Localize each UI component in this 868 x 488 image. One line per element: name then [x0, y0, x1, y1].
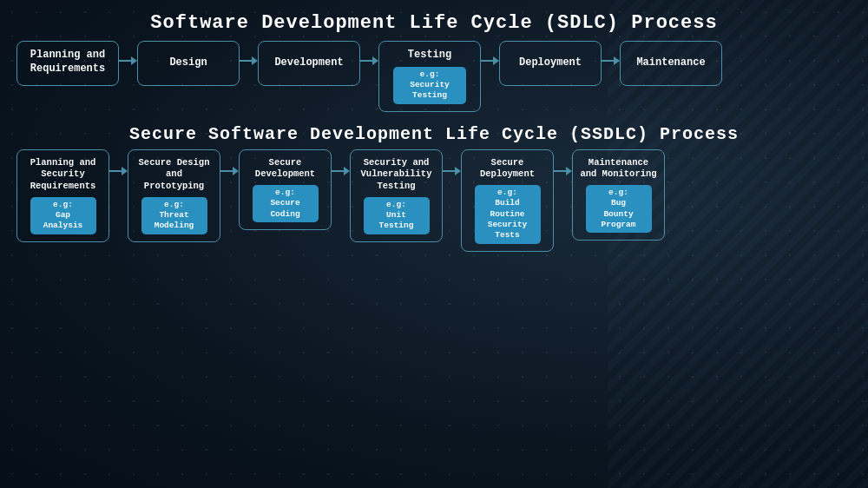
ssdlc-node-secure-design: Secure DesignandPrototyping e.g:ThreatMo… — [128, 149, 220, 242]
sdlc-arrow-4 — [481, 41, 499, 65]
sdlc-flow: Planning andRequirements Design De — [13, 41, 855, 112]
ssdlc-node-planning: Planning andSecurityRequirements e.g:Gap… — [16, 149, 109, 242]
sdlc-node-testing: Testing e.g:SecurityTesting — [378, 41, 481, 112]
ssdlc-secure-dev-example: e.g:SecureCoding — [253, 185, 319, 222]
sdlc-section: Software Development Life Cycle (SDLC) P… — [13, 12, 855, 112]
ssdlc-sec-testing-example: e.g:UnitTesting — [364, 197, 430, 234]
sdlc-design-label: Design — [169, 56, 207, 70]
ssdlc-arrow-3 — [332, 149, 350, 175]
sdlc-planning-label: Planning andRequirements — [30, 49, 105, 76]
ssdlc-secure-deploy-example: e.g:BuildRoutineSecurityTests — [475, 185, 541, 244]
ssdlc-planning-example: e.g:GapAnalysis — [30, 197, 96, 234]
ssdlc-arrow-4 — [443, 149, 461, 175]
ssdlc-arrow-5 — [554, 149, 572, 175]
sdlc-node-planning: Planning andRequirements — [16, 41, 119, 86]
sdlc-testing-example: e.g:SecurityTesting — [393, 67, 467, 104]
ssdlc-secure-design-label: Secure DesignandPrototyping — [139, 157, 210, 193]
sdlc-title: Software Development Life Cycle (SDLC) P… — [13, 12, 855, 34]
ssdlc-flow: Planning andSecurityRequirements e.g:Gap… — [13, 149, 855, 252]
sdlc-node-maintenance: Maintenance — [620, 41, 722, 86]
page: Software Development Life Cycle (SDLC) P… — [0, 0, 868, 488]
sdlc-deployment-label: Deployment — [519, 56, 582, 70]
ssdlc-maintenance-mon-example: e.g:BugBountyProgram — [586, 185, 652, 233]
ssdlc-node-secure-deploy: SecureDeployment e.g:BuildRoutineSecurit… — [461, 149, 554, 252]
ssdlc-secure-deploy-label: SecureDeployment — [480, 157, 535, 181]
ssdlc-maintenance-mon-label: Maintenanceand Monitoring — [580, 157, 656, 181]
sdlc-node-deployment: Deployment — [499, 41, 602, 86]
sdlc-arrow-1 — [119, 41, 137, 65]
ssdlc-arrow-2 — [220, 149, 239, 175]
sdlc-arrow-3 — [360, 41, 378, 65]
sdlc-arrow-2 — [240, 41, 258, 65]
ssdlc-title: Secure Software Development Life Cycle (… — [13, 124, 855, 144]
ssdlc-planning-label: Planning andSecurityRequirements — [30, 157, 96, 193]
sdlc-arrow-5 — [602, 41, 620, 65]
ssdlc-sec-testing-label: Security andVulnerabilityTesting — [361, 157, 432, 193]
ssdlc-node-maintenance-mon: Maintenanceand Monitoring e.g:BugBountyP… — [572, 149, 665, 241]
sdlc-node-design: Design — [137, 41, 240, 86]
sdlc-node-development: Development — [258, 41, 360, 86]
ssdlc-node-sec-testing: Security andVulnerabilityTesting e.g:Uni… — [350, 149, 443, 242]
sdlc-testing-label: Testing — [408, 49, 451, 63]
ssdlc-secure-dev-label: SecureDevelopment — [255, 157, 315, 181]
ssdlc-arrow-1 — [109, 149, 128, 175]
sdlc-maintenance-label: Maintenance — [636, 56, 705, 70]
ssdlc-node-secure-dev: SecureDevelopment e.g:SecureCoding — [239, 149, 332, 230]
ssdlc-section: Secure Software Development Life Cycle (… — [13, 124, 855, 252]
sdlc-development-label: Development — [274, 56, 343, 70]
ssdlc-secure-design-example: e.g:ThreatModeling — [141, 197, 207, 234]
